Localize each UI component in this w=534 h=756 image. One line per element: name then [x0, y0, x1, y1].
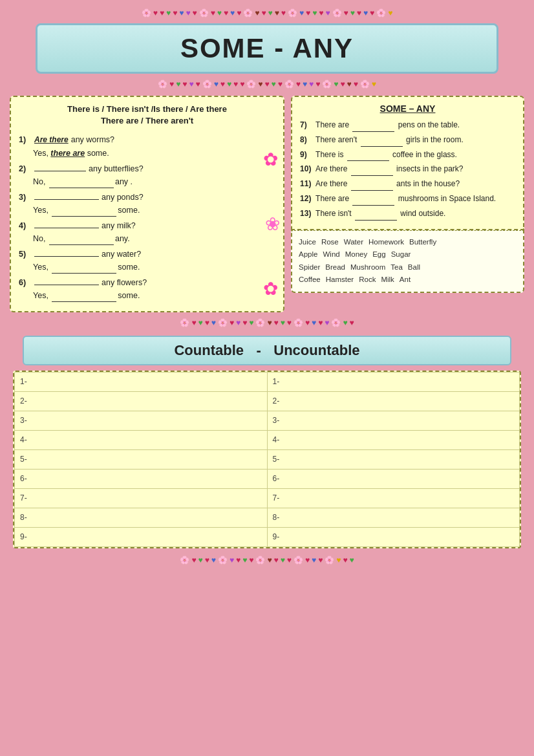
exercise-3: 3) any ponds? Yes, some.: [19, 191, 275, 217]
right-ex-9: 9) There is coffee in the glass.: [300, 149, 515, 162]
table-row: 9- 9-: [15, 527, 520, 546]
left-panel: There is / There isn't /Is there / Are t…: [10, 96, 284, 312]
word-bank: Juice Rose Water Homework Butterfly Appl…: [291, 230, 524, 293]
table-row: 8- 8-: [15, 508, 520, 527]
countable-table: 1- 1- 2- 2- 3- 3- 4- 4-: [14, 372, 520, 547]
flower-deco-1: ✿: [263, 149, 278, 170]
bottom-section: Countable - Uncountable 1- 1- 2- 2- 3-: [10, 336, 524, 548]
table-row: 6- 6-: [15, 469, 520, 488]
word-bank-row-4: Coffee Hamster Rock Milk Ant: [299, 274, 517, 286]
bottom-deco-row: 🌸♥♥ ♥♥ 🌸♥ ♥♥ ♥🌸 ♥♥ ♥♥ 🌸♥ ♥♥ 🌸♥ ♥♥: [10, 554, 524, 567]
deco-row-mid: 🌸♥♥ ♥♥ 🌸♥ ♥♥ ♥🌸 ♥♥ ♥♥ 🌸♥ ♥♥ ♥🌸 ♥♥: [10, 316, 524, 329]
countable-label: Countable: [174, 342, 244, 358]
right-ex-11: 11) Are there ants in the house?: [300, 178, 515, 191]
table-row: 3- 3-: [15, 411, 520, 430]
exercise-2: 2) any butterflies? No, any .: [19, 162, 275, 188]
section-title-box: Countable - Uncountable: [23, 336, 511, 365]
right-ex-8: 8) There aren't girls in the room.: [300, 134, 515, 147]
word-bank-row-2: Apple Wind Money Egg Sugar: [299, 248, 517, 261]
flower-deco-3: ✿: [263, 278, 278, 299]
flower-deco-2: ❀: [265, 213, 280, 235]
table-row: 2- 2-: [15, 391, 520, 411]
exercise-6: 6) any flowers? Yes, some.: [19, 276, 275, 302]
right-ex-12: 12) There are mushrooms in Space Island.: [300, 193, 515, 206]
ct-table-container: 1- 1- 2- 2- 3- 3- 4- 4-: [13, 371, 521, 548]
right-ex-7: 7) There are pens on the table.: [300, 119, 515, 132]
right-ex-13: 13) There isn't wind outside.: [300, 208, 515, 221]
right-top: SOME – ANY 7) There are pens on the tabl…: [291, 96, 524, 230]
top-deco-row: 🌸♥♥ ♥♥ ♥♥ ♥🌸 ♥♥ ♥♥ ♥🌸 ♥♥ ♥♥ ♥🌸 ♥♥ ♥♥ ♥🌸 …: [10, 6, 524, 19]
word-bank-row-1: Juice Rose Water Homework Butterfly: [299, 236, 517, 249]
title-box: SOME - ANY: [36, 23, 498, 74]
table-row: 5- 5-: [15, 449, 520, 469]
table-row: 1- 1-: [15, 372, 520, 391]
exercise-4: 4) any milk? No, any.: [19, 219, 275, 245]
table-row: 4- 4-: [15, 430, 520, 449]
word-bank-row-3: Spider Bread Mushroom Tea Ball: [299, 261, 517, 274]
uncountable-label: Uncountable: [273, 342, 359, 358]
exercise-1: 1) Are there any worms? Yes, there are s…: [19, 133, 275, 159]
right-exercises: 7) There are pens on the table. 8) There…: [300, 119, 515, 221]
left-panel-header: There is / There isn't /Is there / Are t…: [19, 103, 275, 127]
mid-deco-row: 🌸♥♥ ♥♥ ♥🌸 ♥♥ ♥♥ ♥🌸 ♥♥ ♥♥ 🌸♥ ♥♥ ♥🌸 ♥♥ ♥♥ …: [10, 78, 524, 91]
exercise-5: 5) any water? Yes, some.: [19, 248, 275, 274]
page-title: SOME - ANY: [50, 33, 484, 64]
table-row: 7- 7-: [15, 488, 520, 508]
right-panel-title: SOME – ANY: [300, 103, 515, 114]
right-ex-10: 10) Are there insects in the park?: [300, 163, 515, 176]
right-panel: SOME – ANY 7) There are pens on the tabl…: [291, 96, 524, 312]
